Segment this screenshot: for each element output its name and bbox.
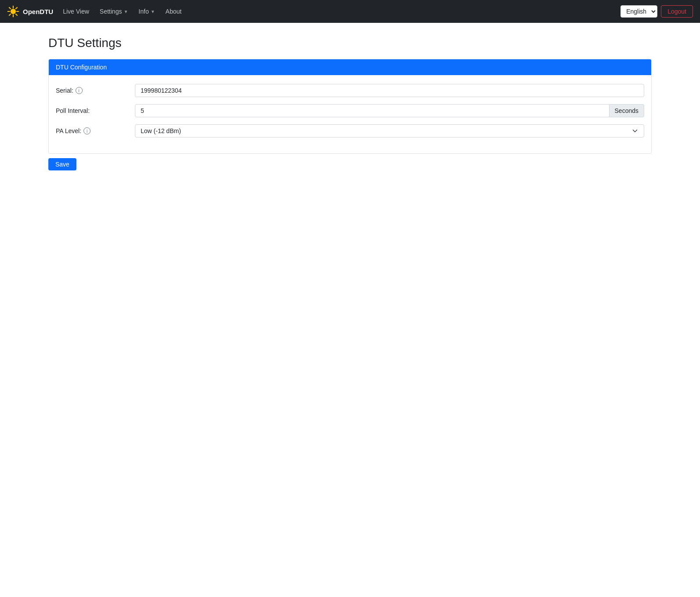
poll-interval-input-group: Seconds [135, 104, 644, 117]
nav-settings[interactable]: Settings ▼ [99, 6, 129, 17]
svg-line-5 [9, 7, 11, 9]
svg-line-7 [16, 7, 17, 9]
svg-line-6 [16, 14, 17, 15]
pa-level-group: PA Level: i Min (-18 dBm) Low (-12 dBm) … [56, 124, 644, 137]
settings-dropdown-arrow: ▼ [123, 9, 128, 14]
nav-live-view[interactable]: Live View [62, 6, 90, 17]
svg-point-0 [11, 9, 16, 14]
poll-interval-label: Poll Interval: [56, 107, 135, 114]
page-title: DTU Settings [48, 36, 652, 50]
main-content: DTU Settings DTU Configuration Serial: i… [0, 23, 700, 184]
card-header: DTU Configuration [49, 59, 651, 75]
navbar-left: OpenDTU Live View Settings ▼ Info ▼ Abou… [7, 5, 182, 18]
sun-icon [7, 5, 19, 18]
svg-line-8 [9, 14, 11, 15]
pa-level-label: PA Level: i [56, 127, 135, 134]
serial-info-icon[interactable]: i [76, 87, 83, 94]
poll-interval-input[interactable] [135, 104, 609, 117]
serial-label: Serial: i [56, 87, 135, 94]
save-button[interactable]: Save [48, 158, 76, 170]
language-select[interactable]: English [620, 5, 657, 18]
pa-level-select[interactable]: Min (-18 dBm) Low (-12 dBm) High (-6 dBm… [135, 124, 644, 137]
brand-name: OpenDTU [23, 8, 53, 15]
info-dropdown-arrow: ▼ [151, 9, 155, 14]
serial-input[interactable] [135, 84, 644, 97]
serial-group: Serial: i [56, 84, 644, 97]
logout-button[interactable]: Logout [661, 5, 693, 18]
poll-interval-group: Poll Interval: Seconds [56, 104, 644, 117]
poll-interval-unit: Seconds [609, 104, 644, 117]
nav-about[interactable]: About [165, 6, 183, 17]
navbar: OpenDTU Live View Settings ▼ Info ▼ Abou… [0, 0, 700, 23]
nav-info[interactable]: Info ▼ [138, 6, 156, 17]
navbar-right: English Logout [620, 5, 693, 18]
brand-logo[interactable]: OpenDTU [7, 5, 53, 18]
pa-level-info-icon[interactable]: i [83, 127, 91, 134]
card-body: Serial: i Poll Interval: Seconds PA Leve… [49, 75, 651, 153]
dtu-config-card: DTU Configuration Serial: i Poll Interva… [48, 59, 652, 154]
